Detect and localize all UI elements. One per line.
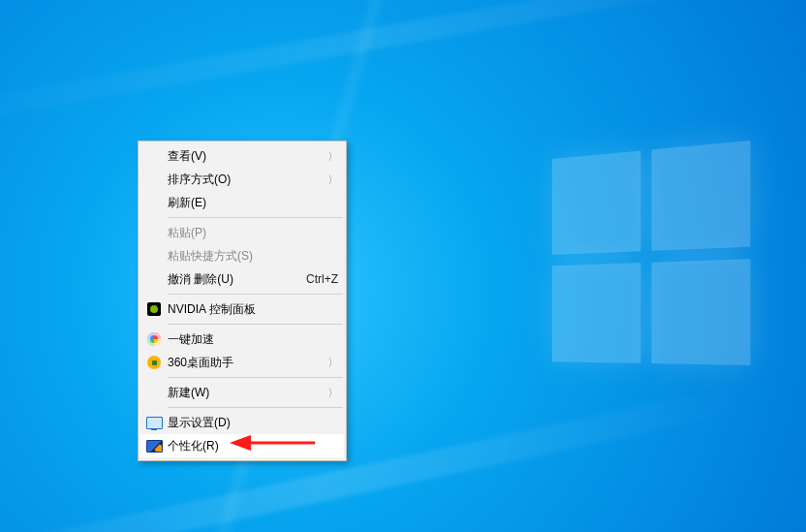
- menu-item-display-settings[interactable]: 显示设置(D): [140, 411, 344, 434]
- accelerate-icon: [144, 331, 164, 347]
- blank-icon: [144, 225, 164, 240]
- menu-item-label: 个性化(R): [168, 434, 338, 457]
- menu-item-label: 撤消 删除(U): [168, 267, 298, 291]
- desktop-context-menu: 查看(V) 〉 排序方式(O) 〉 刷新(E) 粘贴(P) 粘贴快捷方式(S) …: [138, 141, 347, 461]
- menu-item-refresh[interactable]: 刷新(E): [140, 191, 344, 214]
- menu-separator: [168, 294, 343, 295]
- chevron-right-icon: 〉: [328, 144, 336, 168]
- menu-item-label: 一键加速: [168, 328, 338, 351]
- menu-separator: [168, 324, 343, 325]
- menu-item-undo-delete[interactable]: 撤消 删除(U) Ctrl+Z: [140, 267, 344, 291]
- menu-item-label: 粘贴快捷方式(S): [168, 244, 338, 267]
- 360-icon: [144, 355, 164, 370]
- chevron-right-icon: 〉: [328, 168, 336, 191]
- menu-item-view[interactable]: 查看(V) 〉: [140, 144, 344, 168]
- light-beam: [0, 0, 806, 135]
- personalize-icon: [144, 438, 164, 454]
- blank-icon: [144, 248, 164, 264]
- light-beam: [0, 385, 749, 532]
- blank-icon: [144, 195, 164, 210]
- menu-item-one-click-accelerate[interactable]: 一键加速: [140, 328, 344, 351]
- menu-item-personalize[interactable]: 个性化(R): [140, 434, 344, 457]
- menu-item-paste: 粘贴(P): [140, 221, 344, 244]
- menu-item-label: 粘贴(P): [168, 221, 338, 244]
- menu-item-label: 刷新(E): [168, 191, 338, 214]
- blank-icon: [144, 172, 164, 187]
- chevron-right-icon: 〉: [328, 381, 336, 404]
- desktop-wallpaper[interactable]: [0, 0, 806, 532]
- menu-item-360-desktop-assistant[interactable]: 360桌面助手 〉: [140, 351, 344, 374]
- menu-item-label: 新建(W): [168, 381, 320, 404]
- menu-separator: [168, 217, 343, 218]
- menu-item-label: 显示设置(D): [168, 411, 338, 434]
- menu-item-label: NVIDIA 控制面板: [168, 297, 338, 321]
- menu-item-label: 查看(V): [168, 144, 320, 168]
- menu-item-label: 360桌面助手: [168, 351, 320, 374]
- blank-icon: [144, 271, 164, 287]
- menu-separator: [168, 377, 343, 378]
- chevron-right-icon: 〉: [328, 351, 336, 374]
- blank-icon: [144, 385, 164, 400]
- menu-separator: [168, 407, 343, 408]
- menu-item-paste-shortcut: 粘贴快捷方式(S): [140, 244, 344, 267]
- monitor-icon: [144, 415, 164, 430]
- windows-logo: [552, 141, 751, 365]
- menu-item-label: 排序方式(O): [168, 168, 320, 191]
- blank-icon: [144, 148, 164, 164]
- menu-item-shortcut: Ctrl+Z: [306, 267, 338, 291]
- menu-item-new[interactable]: 新建(W) 〉: [140, 381, 344, 404]
- menu-item-nvidia-control-panel[interactable]: NVIDIA 控制面板: [140, 297, 344, 321]
- menu-item-sort[interactable]: 排序方式(O) 〉: [140, 168, 344, 191]
- nvidia-icon: [144, 301, 164, 317]
